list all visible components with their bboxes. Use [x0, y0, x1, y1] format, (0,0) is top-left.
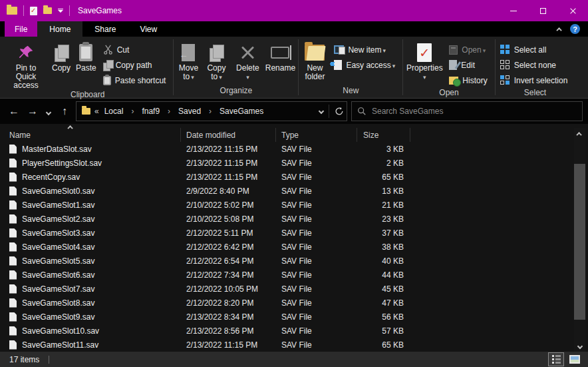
file-type: SAV File [276, 242, 357, 252]
file-row[interactable]: SaveGameSlot3.sav 2/12/2022 5:11 PM SAV … [0, 226, 588, 240]
invert-selection-icon [500, 75, 510, 85]
breadcrumb-savegames[interactable]: SaveGames [218, 107, 265, 116]
copy-path-label: Copy path [116, 61, 152, 70]
copy-path-icon [103, 60, 112, 70]
scrollbar-thumb[interactable] [574, 164, 585, 320]
new-folder-button[interactable]: New folder [299, 39, 330, 81]
rename-button[interactable]: Rename [263, 39, 297, 73]
copy-to-label: Copy to [205, 64, 227, 82]
properties-button[interactable]: Properties [404, 39, 445, 82]
new-folder-quick-icon[interactable] [43, 7, 52, 14]
rename-label: Rename [265, 64, 295, 73]
edit-label: Edit [461, 61, 475, 70]
search-box[interactable] [351, 101, 583, 121]
thumbnail-view-button[interactable] [567, 352, 583, 366]
search-input[interactable] [372, 107, 577, 116]
file-row[interactable]: SaveGameSlot2.sav 2/10/2022 5:08 PM SAV … [0, 212, 588, 226]
file-type: SAV File [276, 159, 357, 168]
move-to-button[interactable]: ← Move to [174, 39, 202, 82]
tab-home[interactable]: Home [37, 21, 82, 37]
back-button[interactable]: ← [7, 105, 21, 117]
file-icon [9, 200, 17, 210]
select-all-button[interactable]: Select all [498, 42, 571, 57]
file-date: 2/12/2022 6:54 PM [181, 256, 276, 266]
select-none-button[interactable]: Select none [498, 57, 571, 73]
tab-share[interactable]: Share [82, 21, 128, 37]
paste-icon [79, 41, 92, 64]
file-row[interactable]: RecentCopy.sav 2/13/2022 11:15 PM SAV Fi… [0, 170, 588, 184]
paste-button[interactable]: Paste [73, 39, 99, 73]
invert-selection-button[interactable]: Invert selection [498, 73, 571, 88]
file-type: SAV File [276, 256, 357, 266]
up-button[interactable]: ↑ [57, 105, 72, 117]
file-date: 2/10/2022 5:08 PM [181, 214, 276, 224]
copy-to-button[interactable]: Copy to [202, 39, 230, 82]
history-label: History [462, 76, 487, 85]
address-dropdown-icon[interactable] [319, 109, 324, 114]
column-header-name[interactable]: Name [0, 128, 181, 142]
minimize-button[interactable] [498, 0, 528, 21]
close-button[interactable] [558, 0, 588, 21]
vertical-scrollbar[interactable] [574, 128, 585, 352]
details-view-button[interactable] [548, 352, 564, 366]
new-item-label: New item [348, 45, 386, 55]
open-button[interactable]: Open [446, 42, 490, 57]
pin-to-quick-access-button[interactable]: Pin to Quick access [3, 39, 49, 90]
column-header-type[interactable]: Type [276, 128, 357, 142]
copy-path-button[interactable]: Copy path [100, 57, 169, 73]
breadcrumb-local[interactable]: Local [103, 107, 125, 116]
easy-access-button[interactable]: Easy access [331, 57, 398, 73]
close-icon [569, 7, 577, 15]
new-item-button[interactable]: New item [331, 42, 398, 57]
file-type: SAV File [276, 298, 357, 308]
scroll-up-icon[interactable] [574, 128, 585, 139]
forward-button[interactable]: → [25, 105, 40, 117]
file-row[interactable]: MasterDataSlot.sav 2/13/2022 11:15 PM SA… [0, 142, 588, 156]
customize-toolbar-dropdown-icon[interactable] [58, 9, 63, 13]
help-icon[interactable] [570, 24, 580, 34]
file-row[interactable]: SaveGameSlot9.sav 2/13/2022 8:34 PM SAV … [0, 310, 588, 324]
breadcrumb-saved[interactable]: Saved [177, 107, 202, 116]
maximize-button[interactable] [528, 0, 558, 21]
scroll-down-icon[interactable] [574, 340, 585, 352]
refresh-icon[interactable] [335, 107, 344, 116]
file-row[interactable]: SaveGameSlot0.sav 2/9/2022 8:40 PM SAV F… [0, 184, 588, 198]
delete-button[interactable]: Delete [232, 39, 263, 82]
thumbnail-view-icon [569, 355, 580, 364]
file-row[interactable]: SaveGameSlot4.sav 2/12/2022 6:42 PM SAV … [0, 240, 588, 254]
breadcrumb-separator-icon[interactable]: › [128, 107, 136, 116]
recent-locations-icon[interactable] [44, 105, 53, 117]
file-row[interactable]: PlayerSettingsSlot.sav 2/13/2022 11:15 P… [0, 156, 588, 170]
file-date: 2/12/2022 5:11 PM [181, 228, 276, 238]
properties-label: Properties [406, 64, 443, 73]
column-header-date-modified[interactable]: Date modified [181, 128, 276, 142]
file-row[interactable]: SaveGameSlot7.sav 2/12/2022 10:05 PM SAV… [0, 282, 588, 296]
file-size: 44 KB [357, 270, 410, 280]
cut-button[interactable]: Cut [100, 42, 169, 57]
collapse-ribbon-icon[interactable] [556, 27, 561, 33]
file-row[interactable]: SaveGameSlot11.sav 2/13/2022 11:15 PM SA… [0, 338, 588, 352]
file-date: 2/12/2022 10:05 PM [181, 284, 276, 294]
group-select: Select all Select none Invert selection … [496, 37, 575, 98]
breadcrumb-separator-icon[interactable]: › [206, 107, 214, 116]
scrollbar-track[interactable] [574, 139, 585, 340]
file-date: 2/12/2022 8:20 PM [181, 298, 276, 308]
edit-button[interactable]: Edit [446, 57, 490, 73]
copy-button[interactable]: Copy [49, 39, 73, 73]
file-row[interactable]: SaveGameSlot6.sav 2/12/2022 7:34 PM SAV … [0, 268, 588, 282]
new-folder-label: New folder [302, 64, 327, 81]
properties-quick-icon[interactable] [30, 7, 37, 15]
file-row[interactable]: SaveGameSlot10.sav 2/13/2022 8:56 PM SAV… [0, 324, 588, 338]
breadcrumb-separator-icon[interactable]: › [165, 107, 173, 116]
file-row[interactable]: SaveGameSlot8.sav 2/12/2022 8:20 PM SAV … [0, 296, 588, 310]
file-row[interactable]: SaveGameSlot5.sav 2/12/2022 6:54 PM SAV … [0, 254, 588, 268]
history-button[interactable]: History [446, 73, 490, 88]
paste-shortcut-button[interactable]: Paste shortcut [100, 73, 169, 88]
column-header-size[interactable]: Size [357, 128, 410, 142]
tab-view[interactable]: View [128, 21, 169, 37]
address-bar[interactable]: « Local › fnaf9 › Saved › SaveGames [76, 101, 347, 121]
tab-file[interactable]: File [5, 21, 37, 37]
breadcrumb-fnaf9[interactable]: fnaf9 [140, 107, 161, 116]
file-row[interactable]: SaveGameSlot1.sav 2/10/2022 5:02 PM SAV … [0, 198, 588, 212]
breadcrumb-overflow[interactable]: « [94, 107, 99, 116]
